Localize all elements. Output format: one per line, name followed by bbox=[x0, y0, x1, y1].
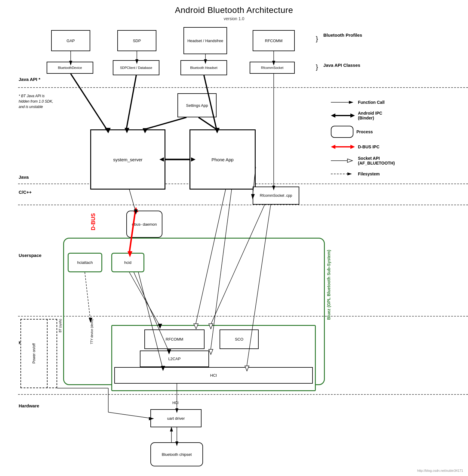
brace-api-classes: } bbox=[316, 63, 318, 71]
uart-driver-box: uart driver bbox=[150, 409, 202, 427]
legend-dbus-ipc: D-BUS IPC bbox=[331, 143, 395, 150]
cpp-layer-label: C/C++ bbox=[19, 190, 32, 195]
bluez-label: Bluez (GPL Bluetooth Sub-System) bbox=[326, 250, 331, 320]
hci-label-uart: HCI bbox=[172, 401, 179, 405]
svg-marker-9 bbox=[347, 159, 353, 162]
svg-line-20 bbox=[71, 74, 107, 129]
svg-line-22 bbox=[126, 75, 136, 129]
gap-box: GAP bbox=[51, 30, 90, 51]
bluetooth-profiles-label: Bluetooth Profiles bbox=[323, 32, 362, 38]
legend-process: Process bbox=[331, 126, 395, 138]
legend: Function Call Android IPC (Binder) Proce… bbox=[331, 99, 395, 182]
userspace-layer-label: Userspace bbox=[19, 253, 42, 258]
svg-line-40 bbox=[129, 190, 135, 211]
page-container: Android Bluetooth Architecture version 1… bbox=[0, 0, 468, 476]
java-layer-label: Java bbox=[19, 175, 29, 180]
phone-app-box: Phone App bbox=[189, 129, 256, 190]
headset-handsfree-box: Headset / Handsfree bbox=[183, 27, 227, 54]
hardware-layer-label: Hardware bbox=[19, 403, 39, 408]
hci-box: HCI bbox=[114, 367, 313, 384]
cpp-userspace-divider bbox=[18, 205, 468, 205]
svg-marker-6 bbox=[350, 145, 355, 149]
bluetooth-device-box: BluetoothDevice bbox=[47, 62, 93, 74]
system-server-box: system_server bbox=[90, 129, 165, 190]
svg-marker-67 bbox=[170, 427, 173, 431]
watermark: http://blog.csdn.net/xubin34171 bbox=[417, 469, 463, 472]
svg-marker-4 bbox=[331, 113, 335, 118]
rfcomm-kernel-box: RFCOMM bbox=[144, 329, 205, 349]
java-api-divider bbox=[18, 87, 468, 88]
svg-line-28 bbox=[199, 117, 217, 129]
svg-marker-7 bbox=[331, 145, 335, 149]
dbus-daemon-box: dbus- daemon bbox=[126, 211, 162, 238]
svg-marker-1 bbox=[349, 101, 353, 104]
power-onoff-label: Power on/off bbox=[32, 343, 36, 363]
java-api-layer-label: Java API * bbox=[19, 77, 40, 82]
sdp-client-box: SDPClient / Database bbox=[113, 60, 159, 75]
svg-line-26 bbox=[144, 117, 186, 129]
dbus-label: D-BUS bbox=[90, 213, 97, 230]
legend-filesystem: Filesystem bbox=[331, 171, 395, 177]
bluetooth-chipset-box: Bluetooth chipset bbox=[150, 442, 203, 466]
legend-android-ipc: Android IPC (Binder) bbox=[331, 111, 395, 120]
page-title: Android Bluetooth Architecture bbox=[0, 0, 468, 15]
svg-marker-3 bbox=[350, 113, 355, 118]
legend-socket-api: Socket API (AF_BLUETOOTH) bbox=[331, 156, 395, 165]
rfcomm-socket-cpp-box: RfcommSocket .cpp bbox=[253, 187, 299, 205]
tty-device-label: TTY device (devfs) bbox=[90, 319, 94, 345]
bt-sysfs-label: BT (sysfs) bbox=[59, 319, 62, 333]
rfcomm-top-box: RFCOMM bbox=[253, 30, 295, 51]
sco-box: SCO bbox=[220, 329, 259, 349]
bluetooth-headset-box: Bluetooth Headset bbox=[180, 60, 227, 75]
svg-line-62 bbox=[108, 412, 150, 418]
page-subtitle: version 1.0 bbox=[0, 16, 468, 21]
java-api-classes-label: Java API Classes bbox=[323, 63, 360, 68]
bt-api-note: * BT Java API ishidden from 1.0 SDK,and … bbox=[19, 93, 53, 110]
l2cap-box: L2CAP bbox=[140, 351, 209, 367]
brace-profiles: } bbox=[316, 36, 318, 42]
legend-function-call: Function Call bbox=[331, 99, 395, 105]
kernel-hardware-divider bbox=[18, 394, 468, 395]
sdp-box: SDP bbox=[117, 30, 156, 51]
rfcomm-socket-box: RfcommSocket bbox=[250, 62, 295, 74]
power-onoff-box: Power on/off bbox=[20, 319, 48, 388]
settings-app-box: Settings App bbox=[177, 93, 217, 117]
svg-marker-11 bbox=[347, 172, 352, 175]
